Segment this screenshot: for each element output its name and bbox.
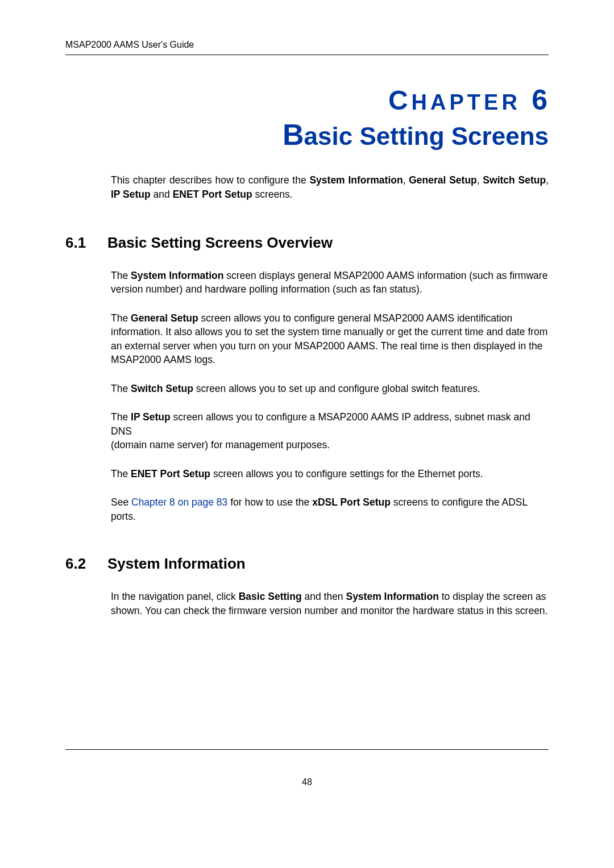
paragraph: In the navigation panel, click Basic Set… — [111, 590, 549, 617]
paragraph: The General Setup screen allows you to c… — [111, 311, 549, 367]
intro-sep: and — [151, 189, 173, 200]
intro-bold-1: System Information — [309, 174, 403, 186]
chapter-label-rest: HAPTER — [412, 90, 521, 114]
text: The — [111, 312, 131, 324]
text: (domain name server) for management purp… — [111, 439, 330, 450]
chapter-title-firstletter: B — [283, 118, 304, 151]
text: and then — [302, 591, 346, 602]
chapter-title: Basic Setting Screens — [65, 118, 549, 152]
bold-text: General Setup — [131, 312, 198, 324]
bold-text: ENET Port Setup — [131, 468, 210, 479]
text: The — [111, 383, 131, 394]
section-number: 6.1 — [65, 234, 93, 252]
text: for how to use the — [227, 496, 312, 508]
text: screens to configure the ADSL — [391, 496, 528, 508]
section-number: 6.2 — [65, 555, 93, 573]
page-number: 48 — [0, 777, 614, 787]
running-head: MSAP2000 AAMS User's Guide — [65, 40, 549, 55]
intro-bold-3: Switch Setup — [483, 174, 546, 186]
text: See — [111, 496, 131, 508]
paragraph: The System Information screen displays g… — [111, 269, 549, 297]
intro-sep: , — [403, 174, 409, 186]
text: The — [111, 270, 131, 281]
footer-rule — [65, 749, 549, 750]
text: ports. — [111, 511, 136, 522]
bold-text: IP Setup — [131, 411, 171, 423]
bold-text: Basic Setting — [239, 591, 302, 602]
bold-text: Switch Setup — [131, 383, 193, 394]
intro-text: screens. — [252, 189, 293, 200]
intro-bold-4: IP Setup — [111, 189, 151, 200]
text: screen allows you to set up and configur… — [193, 383, 480, 394]
document-page: MSAP2000 AAMS User's Guide CHAPTER 6 Bas… — [0, 0, 614, 617]
bold-text: xDSL Port Setup — [312, 496, 391, 508]
section-title: System Information — [107, 555, 246, 573]
paragraph: See Chapter 8 on page 83 for how to use … — [111, 495, 549, 523]
section-title: Basic Setting Screens Overview — [107, 234, 333, 252]
text: screen allows you to configure a MSAP200… — [111, 411, 530, 437]
bold-text: System Information — [131, 270, 223, 281]
paragraph: The Switch Setup screen allows you to se… — [111, 382, 549, 396]
chapter-title-rest: asic Setting Screens — [304, 122, 549, 150]
intro-sep: , — [546, 174, 549, 186]
chapter-label: CHAPTER 6 — [65, 84, 549, 116]
text: The — [111, 411, 131, 423]
cross-reference-link[interactable]: Chapter 8 on page 83 — [131, 496, 227, 508]
paragraph: The ENET Port Setup screen allows you to… — [111, 467, 549, 481]
intro-bold-2: General Setup — [409, 174, 477, 186]
paragraph: The IP Setup screen allows you to config… — [111, 410, 549, 452]
text: The — [111, 468, 131, 479]
intro-text: This chapter describes how to configure … — [111, 174, 309, 186]
section-heading-6-2: 6.2 System Information — [65, 555, 549, 573]
text: screen allows you to configure settings … — [210, 468, 483, 479]
chapter-intro: This chapter describes how to configure … — [111, 173, 549, 202]
intro-bold-5: ENET Port Setup — [173, 189, 252, 200]
text: In the navigation panel, click — [111, 591, 239, 602]
bold-text: System Information — [346, 591, 438, 602]
intro-sep: , — [477, 174, 483, 186]
chapter-number: 6 — [532, 84, 549, 116]
chapter-label-space — [521, 85, 532, 115]
chapter-label-firstletter: C — [388, 85, 412, 115]
section-heading-6-1: 6.1 Basic Setting Screens Overview — [65, 234, 549, 252]
